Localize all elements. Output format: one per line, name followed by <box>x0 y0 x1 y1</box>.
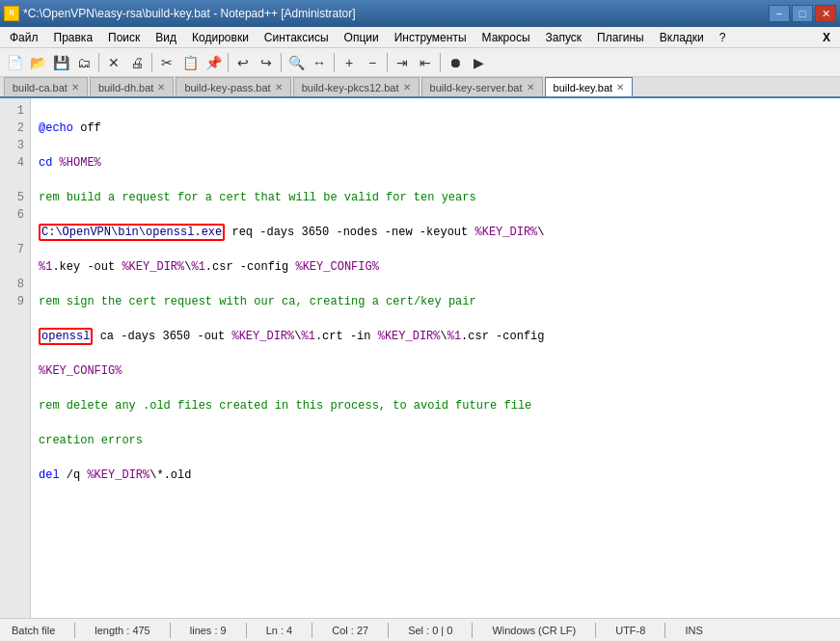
menu-options[interactable]: Опции <box>339 29 385 46</box>
indent-button[interactable]: ⇥ <box>392 52 413 73</box>
toolbar-sep-4 <box>281 53 282 72</box>
code-line-3: rem build a request for a cert that will… <box>39 189 832 206</box>
status-sep-4 <box>312 623 312 638</box>
tab-build-dh-label: build-dh.bat <box>98 82 154 93</box>
menu-run[interactable]: Запуск <box>540 29 588 46</box>
menu-view[interactable]: Вид <box>149 29 182 46</box>
code-line-1: @echo off <box>39 120 832 137</box>
find-button[interactable]: 🔍 <box>285 52 307 73</box>
code-line-6a: openssl ca -days 3650 -out %KEY_DIR%\%1.… <box>39 328 832 345</box>
menu-tools[interactable]: Инструменты <box>389 29 473 46</box>
toolbar-sep-3 <box>228 53 229 72</box>
close-button[interactable]: ✕ <box>815 5 836 22</box>
status-sep-7 <box>595 623 596 638</box>
tab-build-key-close[interactable]: ✕ <box>616 82 624 93</box>
menu-encoding[interactable]: Кодировки <box>186 29 255 46</box>
menu-plugins[interactable]: Плагины <box>591 29 650 46</box>
file-lines: lines : 9 <box>186 625 230 636</box>
replace-button[interactable]: ↔ <box>309 52 330 73</box>
paste-button[interactable]: 📌 <box>203 52 224 73</box>
undo-button[interactable]: ↩ <box>232 52 254 73</box>
menu-search[interactable]: Поиск <box>102 29 146 46</box>
macro-play-button[interactable]: ▶ <box>468 52 489 73</box>
menu-syntax[interactable]: Синтаксисы <box>258 29 335 46</box>
status-sep-8 <box>664 623 665 638</box>
menu-file[interactable]: Файл <box>4 29 44 46</box>
toolbar-sep-5 <box>334 53 335 72</box>
macro-rec-button[interactable]: ⏺ <box>445 52 466 73</box>
code-line-7b: creation errors <box>39 432 832 449</box>
copy-button[interactable]: 📋 <box>179 52 201 73</box>
title-bar-buttons[interactable]: − □ ✕ <box>769 5 836 22</box>
menu-edit[interactable]: Правка <box>48 29 99 46</box>
title-bar-left: N *C:\OpenVPN\easy-rsa\build-key.bat - N… <box>4 6 356 21</box>
code-line-6b: %KEY_CONFIG% <box>39 362 832 380</box>
menu-tabs[interactable]: Вкладки <box>654 29 710 46</box>
menu-bar: Файл Правка Поиск Вид Кодировки Синтакси… <box>0 27 840 48</box>
print-button[interactable]: 🖨 <box>126 52 148 73</box>
tab-build-key-label: build-key.bat <box>554 82 613 93</box>
encoding: UTF-8 <box>611 625 649 636</box>
file-type: Batch file <box>8 625 59 636</box>
code-line-4a: C:\OpenVPN\bin\openssl.exe req -days 365… <box>39 224 832 241</box>
title-bar-text: *C:\OpenVPN\easy-rsa\build-key.bat - Not… <box>23 7 356 20</box>
tab-build-ca-label: build-ca.bat <box>13 82 68 93</box>
toolbar-sep-1 <box>98 53 99 72</box>
menu-close[interactable]: X <box>817 29 836 46</box>
code-editor[interactable]: @echo off cd %HOME% rem build a request … <box>31 98 840 618</box>
selection: Sel : 0 | 0 <box>404 625 456 636</box>
open-button[interactable]: 📂 <box>27 52 48 73</box>
tab-build-key-server[interactable]: build-key-server.bat ✕ <box>421 77 543 96</box>
code-line-7a: rem delete any .old files created in thi… <box>39 397 832 414</box>
file-length: length : 475 <box>91 625 154 636</box>
status-sep-5 <box>388 623 389 638</box>
line-ending: Windows (CR LF) <box>488 625 580 636</box>
editor-container: 1 2 3 4 5 6 7 8 9 @echo off cd %HOME% re… <box>0 98 840 618</box>
status-sep-3 <box>246 623 247 638</box>
tab-build-key-pkcs12[interactable]: build-key-pkcs12.bat ✕ <box>293 77 420 96</box>
toolbar-sep-7 <box>440 53 441 72</box>
title-bar: N *C:\OpenVPN\easy-rsa\build-key.bat - N… <box>0 0 840 27</box>
code-line-9 <box>39 501 832 519</box>
cut-button[interactable]: ✂ <box>156 52 177 73</box>
code-line-5: rem sign the cert request with our ca, c… <box>39 293 832 310</box>
status-bar: Batch file length : 475 lines : 9 Ln : 4… <box>0 618 840 641</box>
tab-build-key-server-close[interactable]: ✕ <box>527 82 534 93</box>
menu-macros[interactable]: Макросы <box>476 29 536 46</box>
new-button[interactable]: 📄 <box>4 52 25 73</box>
line-numbers: 1 2 3 4 5 6 7 8 9 <box>0 98 31 618</box>
tab-build-ca[interactable]: build-ca.bat ✕ <box>4 77 88 96</box>
tab-build-ca-close[interactable]: ✕ <box>71 82 79 93</box>
tab-bar: build-ca.bat ✕ build-dh.bat ✕ build-key-… <box>0 77 840 98</box>
zoom-in-button[interactable]: + <box>339 52 360 73</box>
cursor-ln: Ln : 4 <box>262 625 297 636</box>
toolbar-sep-2 <box>151 53 152 72</box>
insert-mode: INS <box>681 625 706 636</box>
toolbar-sep-6 <box>387 53 388 72</box>
outdent-button[interactable]: ⇤ <box>415 52 436 73</box>
save-button[interactable]: 💾 <box>50 52 71 73</box>
tab-build-dh[interactable]: build-dh.bat ✕ <box>90 77 175 96</box>
redo-button[interactable]: ↪ <box>256 52 277 73</box>
close-tab-button[interactable]: ✕ <box>103 52 124 73</box>
status-sep-6 <box>472 623 473 638</box>
zoom-out-button[interactable]: − <box>362 52 383 73</box>
toolbar: 📄 📂 💾 🗂 ✕ 🖨 ✂ 📋 📌 ↩ ↪ 🔍 ↔ + − ⇥ ⇤ ⏺ ▶ <box>0 48 840 77</box>
cursor-col: Col : 27 <box>328 625 372 636</box>
tab-build-key-pkcs12-close[interactable]: ✕ <box>403 82 411 93</box>
menu-help[interactable]: ? <box>714 29 732 46</box>
tab-build-key-pass[interactable]: build-key-pass.bat ✕ <box>176 77 290 96</box>
code-line-2: cd %HOME% <box>39 154 832 172</box>
save-all-button[interactable]: 🗂 <box>73 52 95 73</box>
maximize-button[interactable]: □ <box>792 5 813 22</box>
tab-build-key-pkcs12-label: build-key-pkcs12.bat <box>302 82 399 93</box>
tab-build-key[interactable]: build-key.bat ✕ <box>545 77 634 96</box>
tab-build-key-pass-label: build-key-pass.bat <box>184 82 270 93</box>
minimize-button[interactable]: − <box>769 5 790 22</box>
status-sep-2 <box>170 623 171 638</box>
tab-build-dh-close[interactable]: ✕ <box>157 82 165 93</box>
tab-build-key-pass-close[interactable]: ✕ <box>275 82 283 93</box>
app-icon: N <box>4 6 19 21</box>
status-sep-1 <box>74 623 75 638</box>
code-line-8: del /q %KEY_DIR%\*.old <box>39 467 832 484</box>
